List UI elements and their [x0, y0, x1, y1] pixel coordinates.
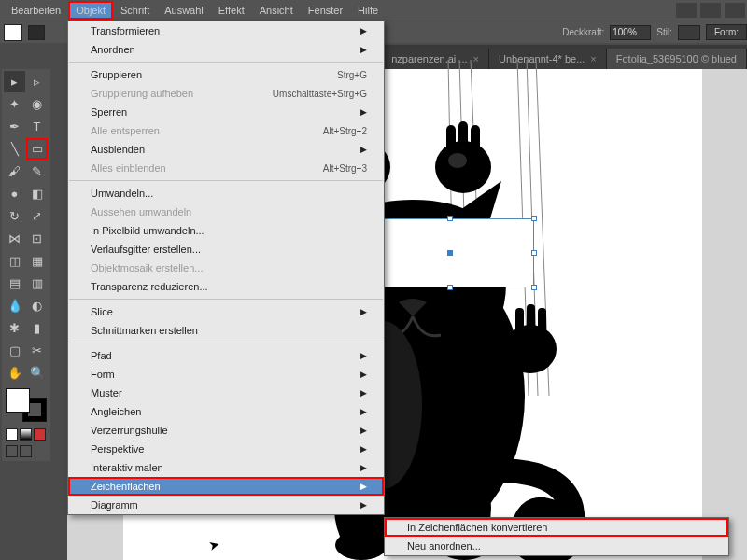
menu-hilfe[interactable]: Hilfe: [350, 1, 386, 20]
svg-rect-34: [538, 308, 546, 345]
chevron-right-icon: ▶: [360, 107, 367, 117]
menu-bar: Bearbeiten Objekt Schrift Auswahl Effekt…: [0, 0, 747, 21]
magic-wand-tool[interactable]: ✦: [4, 93, 25, 115]
stroke-swatch[interactable]: [28, 25, 45, 40]
free-transform-tool[interactable]: ⊡: [26, 228, 48, 249]
chevron-right-icon: ▶: [360, 145, 367, 154]
menu-objekt[interactable]: Objekt: [68, 1, 113, 20]
form-button[interactable]: Form:: [706, 24, 747, 40]
zoom-tool[interactable]: 🔍: [26, 362, 48, 384]
menu-item[interactable]: Interaktiv malen▶: [68, 458, 384, 477]
objekt-menu-dropdown: Transformieren▶Anordnen▶GruppierenStrg+G…: [67, 21, 385, 515]
chevron-right-icon: ▶: [360, 388, 367, 398]
chevron-right-icon: ▶: [360, 307, 367, 316]
menu-item: Alle entsperrenAlt+Strg+2: [68, 121, 384, 140]
menu-item[interactable]: In Pixelbild umwandeln...: [68, 221, 384, 240]
eraser-tool[interactable]: ◧: [26, 183, 48, 204]
style-label: Stil:: [656, 27, 672, 37]
tools-panel: ▸ ▹ ✦ ◉ ✒ T ╲ ▭ 🖌 ✎ ● ◧ ↻ ⤢ ⋈ ⊡ ◫ ▦ ▤ ▥ …: [2, 69, 50, 461]
zeichenflaechen-submenu: In Zeichenflächen konvertierenNeu anordn…: [384, 517, 729, 556]
menu-item[interactable]: Angleichen▶: [68, 402, 384, 421]
workspace-icon[interactable]: [676, 3, 697, 18]
submenu-item[interactable]: In Zeichenflächen konvertieren: [385, 518, 728, 537]
menu-item[interactable]: Pfad▶: [68, 346, 384, 365]
rectangle-tool[interactable]: ▭: [26, 138, 48, 160]
menu-item[interactable]: Zeichenflächen▶: [68, 477, 384, 496]
paintbrush-tool[interactable]: 🖌: [4, 161, 25, 182]
chevron-right-icon: ▶: [360, 370, 367, 379]
blob-brush-tool[interactable]: ●: [4, 183, 25, 204]
menu-item: Objektmosaik erstellen...: [68, 259, 384, 277]
menu-item[interactable]: Schnittmarken erstellen: [68, 321, 384, 340]
svg-rect-32: [515, 308, 524, 345]
scale-tool[interactable]: ⤢: [26, 205, 48, 227]
menu-item: Aussehen umwandeln: [68, 203, 384, 221]
sync-icon[interactable]: [725, 3, 745, 18]
blend-tool[interactable]: ◐: [26, 295, 48, 316]
menu-item[interactable]: Sperren▶: [68, 103, 384, 121]
eyedropper-tool[interactable]: 💧: [4, 295, 25, 316]
fill-swatch[interactable]: [4, 24, 22, 41]
direct-selection-tool[interactable]: ▹: [26, 71, 48, 92]
symbol-sprayer-tool[interactable]: ✱: [4, 317, 25, 339]
shape-builder-tool[interactable]: ◫: [4, 250, 25, 272]
svg-point-37: [335, 530, 388, 560]
menu-item: Gruppierung aufhebenUmschalttaste+Strg+G: [68, 84, 384, 103]
menu-item[interactable]: Muster▶: [68, 384, 384, 402]
menu-item[interactable]: Umwandeln...: [68, 184, 384, 203]
artboard-tool[interactable]: ▢: [4, 340, 25, 361]
menu-auswahl[interactable]: Auswahl: [157, 1, 211, 20]
style-dropdown[interactable]: [678, 25, 700, 40]
menu-item[interactable]: GruppierenStrg+G: [68, 65, 384, 84]
menu-item[interactable]: Verlaufsgitter erstellen...: [68, 240, 384, 259]
svg-rect-33: [527, 304, 535, 345]
mesh-tool[interactable]: ▤: [4, 273, 25, 294]
menu-item[interactable]: Perspektive▶: [68, 440, 384, 458]
selection-box[interactable]: [366, 218, 534, 287]
menu-item[interactable]: Slice▶: [68, 302, 384, 321]
slice-tool[interactable]: ✂: [26, 340, 48, 361]
opacity-input[interactable]: [610, 25, 651, 40]
chevron-right-icon: ▶: [360, 463, 367, 472]
pencil-tool[interactable]: ✎: [26, 161, 48, 182]
submenu-item[interactable]: Neu anordnen...: [385, 537, 728, 555]
gradient-tool[interactable]: ▥: [26, 273, 48, 294]
opacity-label: Deckkraft:: [562, 27, 604, 37]
color-mode-icons[interactable]: [4, 427, 48, 442]
chevron-right-icon: ▶: [360, 444, 367, 454]
selection-tool[interactable]: ▸: [4, 71, 25, 92]
chevron-right-icon: ▶: [360, 45, 367, 54]
menu-item[interactable]: Ausblenden▶: [68, 140, 384, 159]
menu-item[interactable]: Diagramm▶: [68, 496, 384, 514]
chevron-right-icon: ▶: [360, 407, 367, 416]
line-tool[interactable]: ╲: [4, 138, 25, 160]
column-graph-tool[interactable]: ▮: [26, 317, 48, 339]
menu-item[interactable]: Transparenz reduzieren...: [68, 277, 384, 296]
fill-stroke-control[interactable]: [4, 388, 49, 422]
menu-fenster[interactable]: Fenster: [301, 1, 350, 20]
screen-mode-icons[interactable]: [4, 443, 34, 459]
chevron-right-icon: ▶: [360, 482, 367, 491]
menu-item: Alles einblendenAlt+Strg+3: [68, 159, 384, 177]
lasso-tool[interactable]: ◉: [26, 93, 48, 115]
menu-item[interactable]: Anordnen▶: [68, 40, 384, 59]
width-tool[interactable]: ⋈: [4, 228, 25, 249]
menu-item[interactable]: Verzerrungshülle▶: [68, 421, 384, 440]
chevron-right-icon: ▶: [360, 351, 367, 360]
hand-tool[interactable]: ✋: [4, 362, 25, 384]
menu-item[interactable]: Transformieren▶: [68, 21, 384, 40]
menu-ansicht[interactable]: Ansicht: [252, 1, 301, 20]
svg-rect-19: [471, 125, 480, 162]
menu-item[interactable]: Form▶: [68, 365, 384, 384]
type-tool[interactable]: T: [26, 116, 48, 137]
menu-schrift[interactable]: Schrift: [113, 1, 157, 20]
chevron-right-icon: ▶: [360, 426, 367, 435]
chevron-right-icon: ▶: [360, 26, 367, 35]
rotate-tool[interactable]: ↻: [4, 205, 25, 227]
pen-tool[interactable]: ✒: [4, 116, 25, 137]
perspective-grid-tool[interactable]: ▦: [26, 250, 48, 272]
menu-effekt[interactable]: Effekt: [211, 1, 252, 20]
arrange-icon[interactable]: [700, 3, 721, 18]
tab-3[interactable]: Fotolia_53695100 © blued: [607, 49, 747, 69]
menu-bearbeiten[interactable]: Bearbeiten: [4, 1, 68, 20]
